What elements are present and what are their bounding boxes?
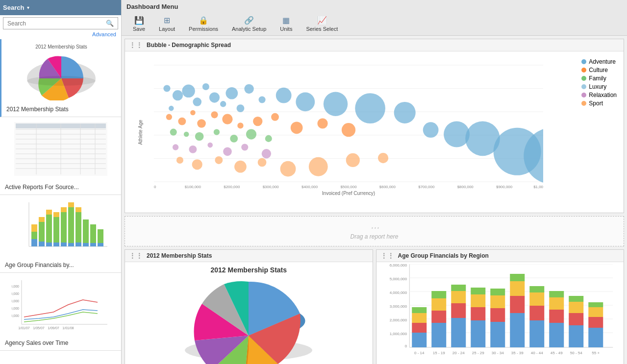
svg-rect-45 bbox=[83, 243, 89, 246]
legend-dot-adventure bbox=[581, 59, 586, 64]
advanced-link[interactable]: Advanced bbox=[0, 31, 121, 39]
analytic-setup-button[interactable]: 🔗 Analytic Setup bbox=[226, 13, 273, 34]
svg-rect-194 bbox=[588, 302, 603, 307]
svg-point-125 bbox=[189, 146, 197, 153]
svg-point-91 bbox=[226, 87, 238, 99]
svg-text:6,000,000: 6,000,000 bbox=[389, 264, 407, 267]
svg-point-119 bbox=[195, 132, 204, 141]
layout-button[interactable]: ⊞ Layout bbox=[152, 13, 181, 34]
units-icon: ▦ bbox=[282, 16, 290, 25]
svg-rect-158 bbox=[412, 307, 426, 313]
svg-rect-43 bbox=[68, 243, 74, 246]
svg-rect-170 bbox=[471, 288, 485, 294]
legend-dot-sport bbox=[581, 101, 586, 106]
legend-family: Family bbox=[581, 75, 617, 82]
legend-luxury: Luxury bbox=[581, 83, 617, 90]
svg-point-132 bbox=[215, 156, 223, 164]
main-area: Dashboard Menu 💾 Save ⊞ Layout 🔒 Permiss… bbox=[122, 0, 627, 364]
svg-rect-189 bbox=[569, 302, 583, 313]
sidebar-item-age-group[interactable]: Age Group Financials by... bbox=[0, 195, 121, 273]
svg-text:35 - 39: 35 - 39 bbox=[511, 351, 523, 355]
legend-dot-culture bbox=[581, 68, 586, 73]
svg-text:3,000,000: 3,000,000 bbox=[389, 304, 407, 309]
svg-point-97 bbox=[324, 92, 348, 116]
search-bar-label: Search bbox=[3, 4, 24, 11]
drag-drop-zone[interactable]: ⋯ Drag a report here bbox=[125, 216, 624, 246]
series-select-button[interactable]: 📈 Series Select bbox=[300, 13, 344, 34]
svg-point-95 bbox=[276, 88, 292, 103]
series-select-label: Series Select bbox=[306, 26, 338, 32]
svg-text:$200,000: $200,000 bbox=[224, 185, 240, 189]
svg-rect-26 bbox=[46, 210, 52, 215]
svg-rect-24 bbox=[39, 217, 45, 222]
svg-text:40 - 44: 40 - 44 bbox=[530, 351, 543, 355]
sidebar: Search ▾ 🔍 Advanced 2012 Membership Stat… bbox=[0, 0, 122, 364]
svg-point-89 bbox=[209, 92, 220, 102]
bubble-chart-container: Athlete Age 60 50 40 30 2 bbox=[125, 51, 624, 213]
bubble-chart-header: ⋮⋮ Bubble - Demographic Spread bbox=[125, 39, 624, 51]
svg-point-135 bbox=[280, 161, 296, 177]
sidebar-item-membership-stats[interactable]: 2012 Membership Stats 2012 Membership St… bbox=[0, 39, 121, 117]
sidebar-item-agency-sales[interactable]: 2,500,000 2,000,000 1,500,000 1,000,000 … bbox=[0, 273, 121, 351]
save-button[interactable]: 💾 Save bbox=[126, 13, 151, 34]
svg-point-93 bbox=[244, 84, 253, 94]
svg-text:1/01/07: 1/01/07 bbox=[18, 326, 29, 330]
drag-handle-age-group[interactable]: ⋮⋮ bbox=[380, 252, 394, 260]
svg-point-137 bbox=[346, 153, 360, 167]
svg-point-134 bbox=[258, 158, 267, 167]
permissions-button[interactable]: 🔒 Permissions bbox=[182, 13, 225, 34]
save-label: Save bbox=[133, 26, 145, 32]
svg-point-113 bbox=[271, 113, 279, 121]
svg-point-96 bbox=[296, 92, 315, 111]
age-group-header: ⋮⋮ Age Group Financials by Region bbox=[376, 250, 624, 262]
svg-point-88 bbox=[202, 83, 209, 90]
svg-point-114 bbox=[291, 121, 303, 134]
legend-adventure: Adventure bbox=[581, 58, 617, 65]
svg-rect-46 bbox=[90, 243, 96, 246]
bubble-chart-title: Bubble - Demographic Spread bbox=[147, 42, 231, 49]
legend-dot-luxury bbox=[581, 84, 586, 89]
svg-rect-183 bbox=[549, 323, 564, 347]
bubble-chart-legend: Adventure Culture Family Luxury bbox=[581, 58, 617, 108]
analytic-setup-label: Analytic Setup bbox=[232, 26, 266, 32]
search-input[interactable] bbox=[7, 20, 106, 27]
svg-point-121 bbox=[230, 135, 238, 143]
units-button[interactable]: ▦ Units bbox=[274, 13, 299, 34]
svg-rect-190 bbox=[569, 296, 583, 302]
svg-point-129 bbox=[262, 149, 271, 158]
svg-rect-181 bbox=[529, 292, 544, 306]
pie-chart-svg bbox=[170, 277, 327, 364]
legend-label-culture: Culture bbox=[589, 67, 608, 73]
svg-point-2 bbox=[27, 76, 96, 86]
sidebar-thumb-age-group bbox=[0, 195, 121, 259]
sidebar-item-active-reports[interactable]: Active Reports For Source... bbox=[0, 117, 121, 195]
svg-text:$600,000: $600,000 bbox=[379, 185, 396, 189]
legend-dot-family bbox=[581, 76, 586, 81]
svg-text:$900,000: $900,000 bbox=[496, 185, 513, 189]
search-dropdown-icon[interactable]: ▾ bbox=[27, 5, 29, 10]
svg-rect-171 bbox=[490, 322, 505, 347]
drag-handle-membership[interactable]: ⋮⋮ bbox=[129, 252, 143, 260]
svg-rect-166 bbox=[451, 285, 466, 291]
svg-rect-33 bbox=[75, 212, 81, 246]
y-axis-label: Athlete Age bbox=[138, 120, 143, 145]
svg-text:$400,000: $400,000 bbox=[301, 185, 318, 189]
svg-rect-177 bbox=[510, 281, 525, 296]
svg-point-106 bbox=[178, 118, 186, 125]
drag-handle-bubble[interactable]: ⋮⋮ bbox=[129, 41, 143, 49]
svg-rect-159 bbox=[431, 323, 446, 347]
svg-text:15 - 19: 15 - 19 bbox=[432, 351, 445, 355]
svg-text:500,000: 500,000 bbox=[12, 314, 19, 317]
svg-point-90 bbox=[220, 101, 226, 107]
svg-text:2,500,000: 2,500,000 bbox=[12, 285, 19, 288]
svg-rect-44 bbox=[75, 243, 81, 246]
svg-rect-28 bbox=[53, 212, 59, 217]
legend-dot-relaxation bbox=[581, 93, 586, 97]
svg-text:2,000,000: 2,000,000 bbox=[12, 292, 19, 295]
legend-label-sport: Sport bbox=[589, 100, 603, 107]
svg-text:$300,000: $300,000 bbox=[263, 185, 279, 189]
svg-text:1/05/07: 1/05/07 bbox=[33, 326, 44, 330]
svg-rect-174 bbox=[490, 289, 505, 295]
svg-rect-39 bbox=[39, 242, 45, 246]
svg-point-117 bbox=[170, 129, 177, 136]
